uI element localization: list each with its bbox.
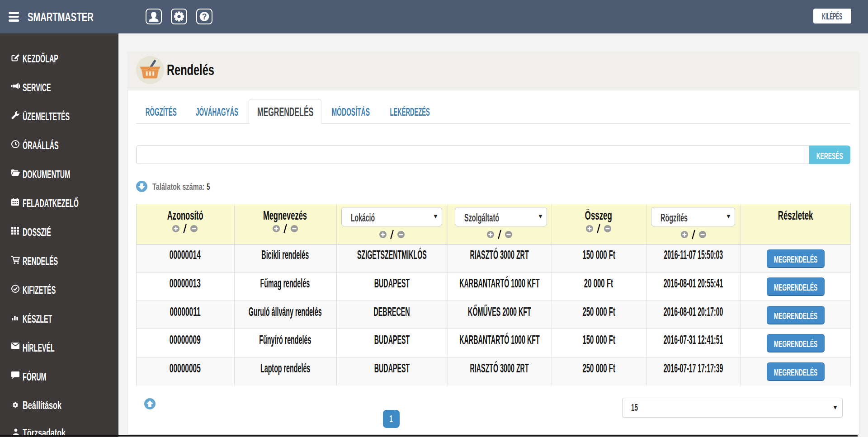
- svg-text:?: ?: [202, 12, 207, 21]
